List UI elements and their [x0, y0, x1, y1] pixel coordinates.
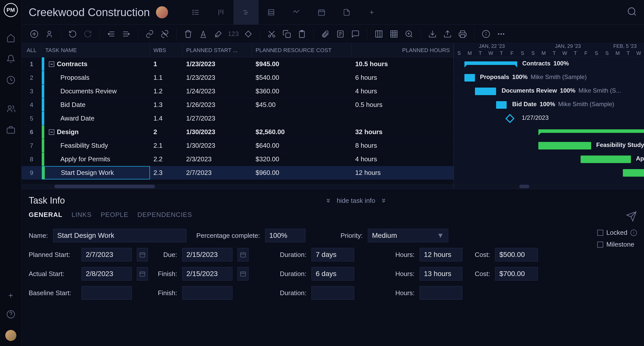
- planned-start-input[interactable]: 2/7/2023: [82, 248, 132, 261]
- delete-button[interactable]: [183, 28, 194, 40]
- task-row[interactable]: 3Documents Review1.21/24/2023$360.004 ho…: [22, 85, 454, 98]
- indent-button[interactable]: [121, 28, 132, 40]
- hours-cell[interactable]: 8 hours: [352, 139, 454, 152]
- tab-general[interactable]: GENERAL: [29, 211, 62, 224]
- gantt-bar[interactable]: [538, 129, 644, 133]
- calendar-icon[interactable]: [137, 248, 148, 261]
- notes-button[interactable]: [335, 28, 346, 40]
- help-icon[interactable]: [3, 307, 18, 322]
- due-input[interactable]: 2/15/2023: [182, 248, 232, 261]
- grid-horizontal-scrollbar[interactable]: [22, 184, 454, 189]
- cut-button[interactable]: [266, 28, 277, 40]
- milestone-icon[interactable]: [505, 114, 515, 123]
- actual-finish-input[interactable]: 2/15/2023: [182, 267, 232, 281]
- task-name-cell[interactable]: Start Design Work: [42, 166, 150, 179]
- gantt-bar[interactable]: [581, 156, 631, 163]
- start-cell[interactable]: 1/30/2023: [183, 139, 252, 152]
- cost-cell[interactable]: $360.00: [252, 85, 352, 98]
- cost-cell[interactable]: $640.00: [252, 139, 352, 152]
- task-row[interactable]: 6−Design21/30/2023$2,560.0032 hours: [22, 125, 454, 139]
- cost-cell[interactable]: $540.00: [252, 71, 352, 84]
- cost-cell[interactable]: $45.00: [252, 98, 352, 111]
- baseline-duration-input[interactable]: [311, 286, 354, 300]
- wbs-cell[interactable]: 1.3: [150, 98, 183, 111]
- gantt-bar[interactable]: [464, 74, 475, 82]
- task-name-cell[interactable]: Proposals: [42, 71, 150, 84]
- link-button[interactable]: [144, 28, 155, 40]
- start-cell[interactable]: 2/7/2023: [183, 166, 252, 179]
- wbs-cell[interactable]: 1.1: [150, 71, 183, 84]
- hours-cell[interactable]: 32 hours: [352, 125, 454, 139]
- start-cell[interactable]: 2/3/2023: [183, 152, 252, 166]
- hours-cell[interactable]: [352, 112, 454, 125]
- paste-button[interactable]: [296, 28, 307, 40]
- start-cell[interactable]: 1/30/2023: [183, 125, 252, 139]
- calendar-icon[interactable]: [237, 248, 249, 261]
- portfolio-icon[interactable]: [3, 122, 18, 137]
- gantt-horizontal-scrollbar[interactable]: [454, 184, 644, 189]
- unlink-button[interactable]: [159, 28, 170, 40]
- task-name-input[interactable]: Start Design Work: [53, 229, 186, 242]
- cost-cell[interactable]: $320.00: [252, 152, 352, 166]
- tab-dependencies[interactable]: DEPENDENCIES: [137, 211, 192, 224]
- hours-cell[interactable]: 6 hours: [352, 71, 454, 84]
- gantt-view-tab[interactable]: [233, 0, 259, 25]
- columns-button[interactable]: [373, 28, 384, 40]
- workload-view-tab[interactable]: [284, 0, 309, 25]
- start-cell[interactable]: 1/26/2023: [183, 98, 252, 111]
- sheet-view-tab[interactable]: [259, 0, 284, 25]
- task-name-cell[interactable]: Award Date: [42, 112, 150, 125]
- add-view-tab[interactable]: +: [359, 0, 384, 25]
- planned-hours-input[interactable]: 12 hours: [420, 248, 462, 261]
- actual-hours-input[interactable]: 13 hours: [420, 267, 462, 281]
- tab-people[interactable]: PEOPLE: [101, 211, 128, 224]
- milestone-button[interactable]: [243, 28, 254, 40]
- task-name-cell[interactable]: Documents Review: [42, 85, 150, 98]
- assign-button[interactable]: [44, 28, 55, 40]
- tab-links[interactable]: LINKS: [71, 211, 92, 224]
- task-name-cell[interactable]: −Design: [42, 125, 150, 139]
- hours-cell[interactable]: 12 hours: [352, 166, 454, 179]
- wbs-cell[interactable]: 1.2: [150, 85, 183, 98]
- add-task-button[interactable]: [29, 28, 40, 40]
- wbs-cell[interactable]: 1.4: [150, 112, 183, 125]
- undo-button[interactable]: [67, 28, 78, 40]
- locked-checkbox[interactable]: Locked i: [597, 229, 637, 237]
- start-cell[interactable]: 1/23/2023: [183, 57, 252, 71]
- cost-cell[interactable]: [252, 112, 352, 125]
- clear-format-button[interactable]: [213, 28, 224, 40]
- wbs-cell[interactable]: 2.1: [150, 139, 183, 152]
- task-row[interactable]: 8Apply for Permits2.22/3/2023$320.004 ho…: [22, 152, 454, 166]
- attach-button[interactable]: [320, 28, 331, 40]
- collapse-icon[interactable]: −: [49, 61, 54, 67]
- redo-button[interactable]: [82, 28, 93, 40]
- calendar-icon[interactable]: [237, 267, 249, 281]
- print-button[interactable]: [457, 28, 468, 40]
- hours-cell[interactable]: 4 hours: [352, 85, 454, 98]
- planned-cost-input[interactable]: $500.00: [495, 248, 538, 261]
- planned-duration-input[interactable]: 7 days: [311, 248, 354, 261]
- actual-start-input[interactable]: 2/8/2023: [82, 267, 132, 281]
- baseline-hours-input[interactable]: [420, 286, 462, 300]
- recent-icon[interactable]: [3, 72, 18, 88]
- gantt-bar[interactable]: [475, 88, 496, 95]
- calendar-icon[interactable]: [137, 267, 148, 281]
- board-view-tab[interactable]: [208, 0, 233, 25]
- task-row[interactable]: 5Award Date1.41/27/2023: [22, 112, 454, 125]
- cost-cell[interactable]: $960.00: [252, 166, 352, 179]
- export-button[interactable]: [442, 28, 453, 40]
- grid-header-name[interactable]: TASK NAME: [42, 43, 150, 57]
- font-button[interactable]: [198, 28, 209, 40]
- grid-header-all[interactable]: ALL: [22, 43, 42, 57]
- collapse-icon[interactable]: −: [49, 129, 54, 135]
- pct-complete-input[interactable]: 100%: [265, 229, 305, 242]
- priority-select[interactable]: Medium▼: [368, 229, 448, 242]
- milestone-checkbox[interactable]: Milestone: [597, 241, 634, 248]
- baseline-finish-input[interactable]: [182, 286, 232, 300]
- outdent-button[interactable]: [106, 28, 117, 40]
- task-name-cell[interactable]: Apply for Permits: [42, 152, 150, 166]
- project-avatar[interactable]: [156, 6, 168, 18]
- grid-button[interactable]: [388, 28, 399, 40]
- actual-cost-input[interactable]: $700.00: [495, 267, 538, 281]
- list-view-tab[interactable]: [183, 0, 208, 25]
